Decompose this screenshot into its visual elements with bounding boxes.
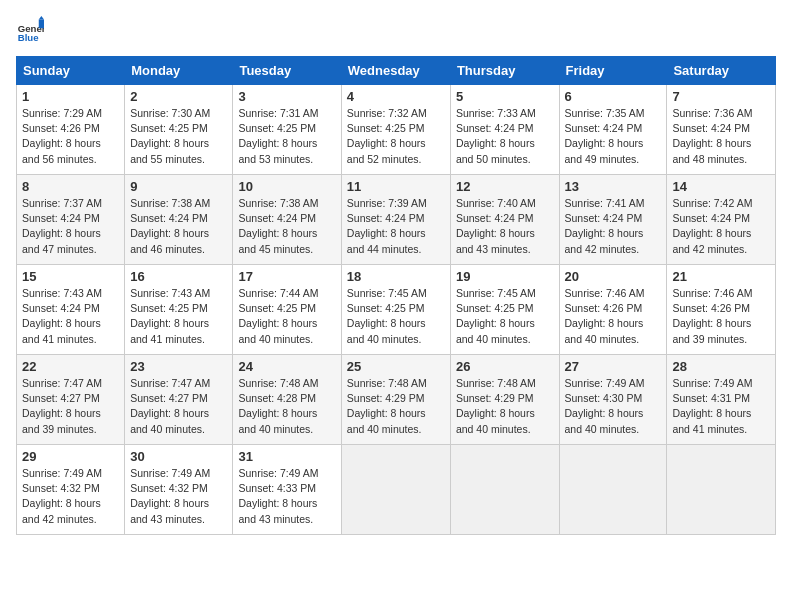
day-number: 15 bbox=[22, 269, 119, 284]
logo-icon: General Blue bbox=[16, 16, 44, 44]
calendar-cell: 2Sunrise: 7:30 AMSunset: 4:25 PMDaylight… bbox=[125, 85, 233, 175]
day-info: Sunrise: 7:49 AMSunset: 4:30 PMDaylight:… bbox=[565, 376, 662, 437]
day-number: 9 bbox=[130, 179, 227, 194]
day-info: Sunrise: 7:47 AMSunset: 4:27 PMDaylight:… bbox=[130, 376, 227, 437]
calendar-cell: 3Sunrise: 7:31 AMSunset: 4:25 PMDaylight… bbox=[233, 85, 341, 175]
calendar-cell: 10Sunrise: 7:38 AMSunset: 4:24 PMDayligh… bbox=[233, 175, 341, 265]
calendar-cell: 29Sunrise: 7:49 AMSunset: 4:32 PMDayligh… bbox=[17, 445, 125, 535]
weekday-header: Saturday bbox=[667, 57, 776, 85]
calendar-cell: 23Sunrise: 7:47 AMSunset: 4:27 PMDayligh… bbox=[125, 355, 233, 445]
calendar-cell: 1Sunrise: 7:29 AMSunset: 4:26 PMDaylight… bbox=[17, 85, 125, 175]
day-number: 7 bbox=[672, 89, 770, 104]
weekday-header: Wednesday bbox=[341, 57, 450, 85]
day-number: 13 bbox=[565, 179, 662, 194]
day-number: 29 bbox=[22, 449, 119, 464]
calendar-cell: 30Sunrise: 7:49 AMSunset: 4:32 PMDayligh… bbox=[125, 445, 233, 535]
day-number: 10 bbox=[238, 179, 335, 194]
weekday-header: Thursday bbox=[450, 57, 559, 85]
weekday-header: Monday bbox=[125, 57, 233, 85]
calendar-cell bbox=[341, 445, 450, 535]
day-info: Sunrise: 7:43 AMSunset: 4:25 PMDaylight:… bbox=[130, 286, 227, 347]
weekday-header: Tuesday bbox=[233, 57, 341, 85]
calendar-cell: 31Sunrise: 7:49 AMSunset: 4:33 PMDayligh… bbox=[233, 445, 341, 535]
weekday-header: Sunday bbox=[17, 57, 125, 85]
day-info: Sunrise: 7:32 AMSunset: 4:25 PMDaylight:… bbox=[347, 106, 445, 167]
svg-marker-3 bbox=[39, 16, 44, 20]
calendar-cell: 13Sunrise: 7:41 AMSunset: 4:24 PMDayligh… bbox=[559, 175, 667, 265]
day-number: 30 bbox=[130, 449, 227, 464]
calendar-cell: 7Sunrise: 7:36 AMSunset: 4:24 PMDaylight… bbox=[667, 85, 776, 175]
calendar-cell: 8Sunrise: 7:37 AMSunset: 4:24 PMDaylight… bbox=[17, 175, 125, 265]
day-info: Sunrise: 7:46 AMSunset: 4:26 PMDaylight:… bbox=[565, 286, 662, 347]
day-number: 2 bbox=[130, 89, 227, 104]
day-number: 25 bbox=[347, 359, 445, 374]
day-number: 1 bbox=[22, 89, 119, 104]
day-info: Sunrise: 7:35 AMSunset: 4:24 PMDaylight:… bbox=[565, 106, 662, 167]
day-info: Sunrise: 7:49 AMSunset: 4:32 PMDaylight:… bbox=[22, 466, 119, 527]
calendar-cell: 4Sunrise: 7:32 AMSunset: 4:25 PMDaylight… bbox=[341, 85, 450, 175]
day-number: 22 bbox=[22, 359, 119, 374]
day-number: 19 bbox=[456, 269, 554, 284]
weekday-header: Friday bbox=[559, 57, 667, 85]
day-number: 17 bbox=[238, 269, 335, 284]
calendar-cell: 24Sunrise: 7:48 AMSunset: 4:28 PMDayligh… bbox=[233, 355, 341, 445]
day-info: Sunrise: 7:45 AMSunset: 4:25 PMDaylight:… bbox=[456, 286, 554, 347]
calendar-cell: 6Sunrise: 7:35 AMSunset: 4:24 PMDaylight… bbox=[559, 85, 667, 175]
day-number: 28 bbox=[672, 359, 770, 374]
day-number: 4 bbox=[347, 89, 445, 104]
calendar-cell bbox=[450, 445, 559, 535]
calendar-cell: 21Sunrise: 7:46 AMSunset: 4:26 PMDayligh… bbox=[667, 265, 776, 355]
day-info: Sunrise: 7:48 AMSunset: 4:28 PMDaylight:… bbox=[238, 376, 335, 437]
calendar-cell: 27Sunrise: 7:49 AMSunset: 4:30 PMDayligh… bbox=[559, 355, 667, 445]
calendar-cell: 22Sunrise: 7:47 AMSunset: 4:27 PMDayligh… bbox=[17, 355, 125, 445]
calendar-cell bbox=[667, 445, 776, 535]
calendar-cell: 12Sunrise: 7:40 AMSunset: 4:24 PMDayligh… bbox=[450, 175, 559, 265]
day-number: 27 bbox=[565, 359, 662, 374]
calendar-table: SundayMondayTuesdayWednesdayThursdayFrid… bbox=[16, 56, 776, 535]
page-header: General Blue bbox=[16, 16, 776, 44]
calendar-cell: 18Sunrise: 7:45 AMSunset: 4:25 PMDayligh… bbox=[341, 265, 450, 355]
logo: General Blue bbox=[16, 16, 48, 44]
day-info: Sunrise: 7:41 AMSunset: 4:24 PMDaylight:… bbox=[565, 196, 662, 257]
day-info: Sunrise: 7:43 AMSunset: 4:24 PMDaylight:… bbox=[22, 286, 119, 347]
calendar-cell: 5Sunrise: 7:33 AMSunset: 4:24 PMDaylight… bbox=[450, 85, 559, 175]
day-info: Sunrise: 7:40 AMSunset: 4:24 PMDaylight:… bbox=[456, 196, 554, 257]
day-number: 14 bbox=[672, 179, 770, 194]
calendar-cell: 25Sunrise: 7:48 AMSunset: 4:29 PMDayligh… bbox=[341, 355, 450, 445]
calendar-cell: 15Sunrise: 7:43 AMSunset: 4:24 PMDayligh… bbox=[17, 265, 125, 355]
day-number: 6 bbox=[565, 89, 662, 104]
day-info: Sunrise: 7:39 AMSunset: 4:24 PMDaylight:… bbox=[347, 196, 445, 257]
day-info: Sunrise: 7:30 AMSunset: 4:25 PMDaylight:… bbox=[130, 106, 227, 167]
day-info: Sunrise: 7:33 AMSunset: 4:24 PMDaylight:… bbox=[456, 106, 554, 167]
calendar-cell: 20Sunrise: 7:46 AMSunset: 4:26 PMDayligh… bbox=[559, 265, 667, 355]
calendar-cell: 26Sunrise: 7:48 AMSunset: 4:29 PMDayligh… bbox=[450, 355, 559, 445]
day-info: Sunrise: 7:29 AMSunset: 4:26 PMDaylight:… bbox=[22, 106, 119, 167]
day-info: Sunrise: 7:48 AMSunset: 4:29 PMDaylight:… bbox=[347, 376, 445, 437]
day-number: 3 bbox=[238, 89, 335, 104]
day-info: Sunrise: 7:47 AMSunset: 4:27 PMDaylight:… bbox=[22, 376, 119, 437]
day-info: Sunrise: 7:49 AMSunset: 4:31 PMDaylight:… bbox=[672, 376, 770, 437]
day-number: 16 bbox=[130, 269, 227, 284]
day-number: 23 bbox=[130, 359, 227, 374]
day-info: Sunrise: 7:44 AMSunset: 4:25 PMDaylight:… bbox=[238, 286, 335, 347]
svg-marker-2 bbox=[39, 20, 44, 29]
day-info: Sunrise: 7:49 AMSunset: 4:32 PMDaylight:… bbox=[130, 466, 227, 527]
day-info: Sunrise: 7:38 AMSunset: 4:24 PMDaylight:… bbox=[238, 196, 335, 257]
calendar-cell: 17Sunrise: 7:44 AMSunset: 4:25 PMDayligh… bbox=[233, 265, 341, 355]
calendar-cell: 16Sunrise: 7:43 AMSunset: 4:25 PMDayligh… bbox=[125, 265, 233, 355]
day-number: 26 bbox=[456, 359, 554, 374]
calendar-cell: 14Sunrise: 7:42 AMSunset: 4:24 PMDayligh… bbox=[667, 175, 776, 265]
calendar-cell: 19Sunrise: 7:45 AMSunset: 4:25 PMDayligh… bbox=[450, 265, 559, 355]
day-number: 5 bbox=[456, 89, 554, 104]
day-info: Sunrise: 7:38 AMSunset: 4:24 PMDaylight:… bbox=[130, 196, 227, 257]
day-number: 18 bbox=[347, 269, 445, 284]
day-info: Sunrise: 7:45 AMSunset: 4:25 PMDaylight:… bbox=[347, 286, 445, 347]
day-number: 24 bbox=[238, 359, 335, 374]
day-info: Sunrise: 7:49 AMSunset: 4:33 PMDaylight:… bbox=[238, 466, 335, 527]
calendar-cell: 28Sunrise: 7:49 AMSunset: 4:31 PMDayligh… bbox=[667, 355, 776, 445]
day-info: Sunrise: 7:31 AMSunset: 4:25 PMDaylight:… bbox=[238, 106, 335, 167]
calendar-cell bbox=[559, 445, 667, 535]
day-number: 11 bbox=[347, 179, 445, 194]
day-info: Sunrise: 7:48 AMSunset: 4:29 PMDaylight:… bbox=[456, 376, 554, 437]
day-number: 12 bbox=[456, 179, 554, 194]
